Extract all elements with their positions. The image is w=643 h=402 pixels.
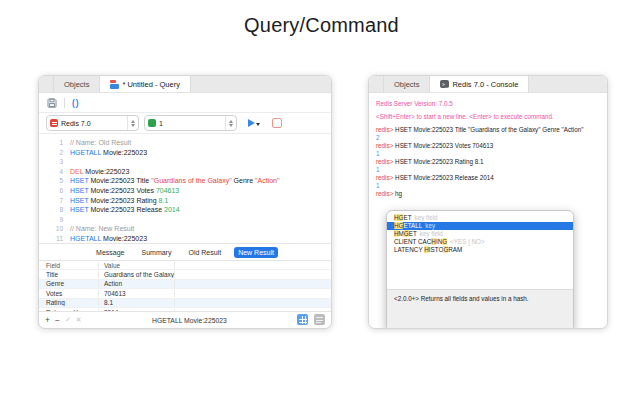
statusbar-query-text: HGETALL Movie:225023 (82, 317, 297, 324)
editor-line: 8HSET Movie:225023 Release 2014 (39, 205, 331, 215)
table-header-row: FieldValue (39, 261, 331, 270)
editor-line: 10// Name: New Result (39, 224, 331, 234)
table-row[interactable]: TitleGuardians of the Galaxy (39, 270, 331, 279)
autocomplete-item[interactable]: HGETkey field (387, 214, 573, 222)
code-text: HGETALL Movie:225023 (70, 234, 147, 243)
screenshot-stage: Query/Command Objects * Untitled - Query… (0, 0, 643, 402)
view-toggle-group (297, 314, 325, 326)
console-command-line: redis> HSET Movie:225023 Title "Guardian… (376, 126, 600, 134)
result-tab-old-result[interactable]: Old Result (184, 247, 225, 258)
tab-objects-right[interactable]: Objects (383, 76, 430, 92)
autocomplete-help-text: <2.0.0+> Returns all fields and values i… (387, 289, 573, 329)
autocomplete-item[interactable]: HMGETkey field (387, 230, 573, 238)
console-lines: Redis Server Version: 7.0.5<Shift+Enter>… (376, 100, 600, 198)
console-prompt: redis> (376, 126, 393, 133)
table-row[interactable]: GenreAction (39, 280, 331, 289)
cell-field: Genre (39, 280, 99, 287)
redis-logo-icon (50, 119, 58, 127)
console-command-line: redis> hg (376, 190, 600, 198)
cell-field: Votes (39, 290, 99, 297)
database-select[interactable]: 1 (144, 115, 237, 131)
connection-bar: Redis 7.0 1 (39, 113, 331, 134)
result-tab-message[interactable]: Message (92, 247, 128, 258)
console-prompt: redis> (376, 174, 393, 181)
query-toolbar: () (39, 93, 331, 113)
cell-field: Rating (39, 299, 99, 306)
line-number: 9 (39, 215, 70, 225)
line-number: 1 (39, 138, 70, 148)
line-number: 5 (39, 176, 70, 186)
result-table: FieldValueTitleGuardians of the GalaxyGe… (39, 260, 331, 311)
cell-field: Title (39, 271, 99, 278)
code-text: HGETALL Movie:225023 (70, 148, 147, 158)
autocomplete-item-hint: key field (420, 230, 443, 237)
cell-value: Guardians of the Galaxy (99, 271, 175, 278)
result-tab-new-result[interactable]: New Result (234, 247, 278, 258)
result-tab-summary[interactable]: Summary (137, 247, 175, 258)
line-number: 10 (39, 224, 70, 234)
table-row[interactable]: Rating8.1 (39, 299, 331, 308)
code-text: // Name: Old Result (70, 138, 131, 148)
connection-select-value: Redis 7.0 (61, 120, 127, 127)
code-text: HSET Movie:225023 Votes 704613 (70, 186, 179, 196)
autocomplete-item[interactable]: CLIENT CACHING<YES | NO> (387, 238, 573, 246)
editor[interactable]: 1// Name: Old Result2HGETALL Movie:22502… (39, 134, 331, 243)
query-panel-tabbar: Objects * Untitled - Query (39, 76, 331, 93)
run-query-button[interactable] (248, 119, 260, 127)
code-text: // Name: New Result (70, 224, 134, 234)
database-green-icon (148, 119, 156, 127)
tab-untitled-query-label: * Untitled - Query (122, 80, 180, 89)
editor-line: 9 (39, 215, 331, 225)
tab-untitled-query[interactable]: * Untitled - Query (100, 76, 191, 92)
line-number: 6 (39, 186, 70, 196)
console-panel: Objects >_ Redis 7.0 - Console Redis Ser… (368, 75, 608, 329)
column-header-value: Value (99, 262, 175, 269)
cell-value: 704613 (99, 290, 175, 297)
console-panel-tabbar: Objects >_ Redis 7.0 - Console (369, 76, 607, 93)
console-info-line: <Shift+Enter> to start a new line. <Ente… (376, 113, 600, 121)
console-response-line: 1 (376, 166, 600, 174)
console-output[interactable]: Redis Server Version: 7.0.5<Shift+Enter>… (369, 93, 607, 328)
autocomplete-popup: HGETkey fieldHGETALLkeyHMGETkey fieldCLI… (386, 210, 574, 329)
console-prompt: redis> (376, 142, 393, 149)
commit-icon[interactable]: ✓ (65, 316, 71, 324)
console-prompt: redis> (376, 190, 393, 197)
line-number: 3 (39, 157, 70, 167)
run-query-icon (248, 119, 255, 127)
tab-objects-left-label: Objects (64, 80, 89, 89)
autocomplete-item[interactable]: HGETALLkey (387, 222, 573, 230)
add-row-icon[interactable]: + (45, 315, 50, 325)
grid-view-icon[interactable] (297, 314, 308, 325)
cell-value: 8.1 (99, 299, 175, 306)
autocomplete-item[interactable]: LATENCY HISTOGRAM (387, 246, 573, 254)
format-braces-icon[interactable]: () (72, 98, 80, 108)
stop-query-button[interactable] (272, 118, 282, 128)
table-row[interactable]: Votes704613 (39, 289, 331, 298)
autocomplete-item-hint: <YES | NO> (450, 238, 485, 245)
autocomplete-list: HGETkey fieldHGETALLkeyHMGETkey fieldCLI… (387, 211, 573, 289)
line-number: 4 (39, 167, 70, 177)
query-statusbar: + − ✓ ✕ HGETALL Movie:225023 (39, 311, 331, 328)
toolbar-separator (64, 98, 65, 108)
tab-objects-left[interactable]: Objects (53, 76, 100, 92)
text-view-icon[interactable] (314, 314, 325, 325)
editor-line: 5HSET Movie:225023 Title "Guardians of t… (39, 176, 331, 186)
result-tabs: MessageSummaryOld ResultNew Result (39, 243, 331, 260)
database-stepper-icon (225, 116, 236, 130)
save-icon[interactable] (47, 94, 57, 112)
tab-redis-console[interactable]: >_ Redis 7.0 - Console (430, 76, 529, 92)
console-response-line: 1 (376, 182, 600, 190)
remove-row-icon[interactable]: − (55, 315, 60, 325)
tab-objects-right-label: Objects (394, 80, 419, 89)
terminal-icon: >_ (440, 80, 449, 88)
console-command-line: redis> HSET Movie:225023 Votes 704613 (376, 142, 600, 150)
editor-line: 3 (39, 157, 331, 167)
connection-select[interactable]: Redis 7.0 (46, 115, 139, 131)
connection-stepper-icon (127, 116, 138, 130)
query-doc-icon (110, 80, 119, 89)
autocomplete-item-hint: key (425, 222, 435, 229)
console-response-line: 2 (376, 134, 600, 142)
editor-line: 6HSET Movie:225023 Votes 704613 (39, 186, 331, 196)
editor-line: 11HGETALL Movie:225023 (39, 234, 331, 243)
console-prompt: redis> (376, 158, 393, 165)
